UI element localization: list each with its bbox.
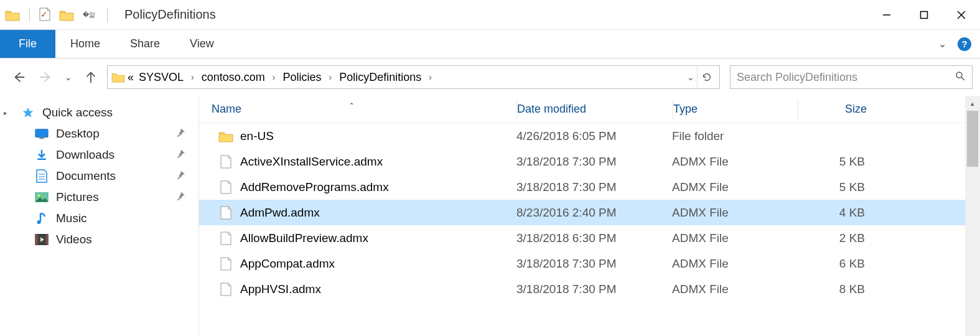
sidebar-item-label: Downloads <box>56 148 176 162</box>
file-type: ADMX File <box>672 155 796 169</box>
scroll-thumb[interactable] <box>967 111 978 167</box>
tab-view[interactable]: View <box>175 30 229 58</box>
file-type: ADMX File <box>672 282 796 296</box>
file-row[interactable]: en-US4/26/2018 6:05 PMFile folder <box>199 123 965 149</box>
sidebar-item-label: Pictures <box>56 190 176 204</box>
chevron-right-icon[interactable]: › <box>424 72 437 82</box>
svg-point-12 <box>38 194 40 197</box>
file-row[interactable]: AppCompat.admx3/18/2018 7:30 PMADMX File… <box>199 251 965 276</box>
file-row[interactable]: AddRemovePrograms.admx3/18/2018 7:30 PMA… <box>199 174 965 200</box>
app-folder-icon <box>5 9 20 21</box>
maximize-button[interactable] <box>905 0 943 30</box>
sidebar-item-documents[interactable]: Documents <box>0 166 198 187</box>
file-name: AdmPwd.admx <box>240 206 320 220</box>
titlebar: ✓ �앒 PolicyDefinitions <box>0 0 980 30</box>
tab-share[interactable]: Share <box>115 30 175 58</box>
breadcrumb-policydefinitions[interactable]: PolicyDefinitions <box>337 71 424 84</box>
svg-rect-15 <box>35 235 38 245</box>
chevron-right-icon[interactable]: ▸ <box>4 109 7 117</box>
file-row[interactable]: ActiveXInstallService.admx3/18/2018 7:30… <box>199 149 965 174</box>
qat-separator <box>29 7 30 22</box>
search-box[interactable] <box>730 65 973 89</box>
address-bar[interactable]: « SYSVOL › contoso.com › Policies › Poli… <box>107 65 720 89</box>
file-list-area: Name ⌃ Date modified Type Size en-US4/26… <box>199 96 980 336</box>
pin-icon <box>176 148 186 162</box>
qat-dropdown-icon[interactable]: �앒 <box>80 11 98 19</box>
ribbon: File Home Share View ⌄ ? <box>0 30 980 58</box>
sidebar-quick-access[interactable]: ▸ Quick access <box>0 102 198 123</box>
nav-pane: ▸ Quick access DesktopDownloadsDocuments… <box>0 96 199 336</box>
column-type[interactable]: Type <box>673 103 798 116</box>
file-type: ADMX File <box>672 206 796 220</box>
downloads-icon <box>32 149 51 161</box>
help-icon[interactable]: ? <box>958 37 971 51</box>
refresh-button[interactable] <box>697 66 716 88</box>
properties-icon[interactable]: ✓ <box>39 7 53 22</box>
sidebar-item-desktop[interactable]: Desktop <box>0 123 198 144</box>
file-size: 2 KB <box>796 231 871 245</box>
sidebar-item-label: Desktop <box>56 127 176 141</box>
sidebar-item-videos[interactable]: Videos <box>0 229 198 250</box>
breadcrumb-domain[interactable]: contoso.com <box>199 71 268 84</box>
file-date: 3/18/2018 7:30 PM <box>516 155 672 169</box>
back-button[interactable] <box>7 66 30 88</box>
file-date: 3/18/2018 6:30 PM <box>516 231 672 245</box>
file-size: 8 KB <box>796 282 871 296</box>
file-size: 5 KB <box>796 180 871 194</box>
column-size[interactable]: Size <box>798 103 873 116</box>
new-folder-icon[interactable] <box>59 9 74 21</box>
scrollbar-vertical[interactable]: ▴ <box>965 96 980 336</box>
sidebar-item-downloads[interactable]: Downloads <box>0 144 198 166</box>
chevron-right-icon[interactable]: › <box>268 72 281 82</box>
address-folder-icon <box>111 72 125 83</box>
file-date: 3/18/2018 7:30 PM <box>516 257 672 271</box>
file-size: 4 KB <box>796 206 871 220</box>
breadcrumb-sysvol[interactable]: SYSVOL <box>136 71 186 84</box>
quick-access-toolbar: ✓ �앒 <box>5 7 111 22</box>
breadcrumb-overflow[interactable]: « <box>125 71 136 84</box>
file-size: 5 KB <box>796 155 871 169</box>
file-type: File folder <box>672 129 796 143</box>
chevron-right-icon[interactable]: › <box>186 72 199 82</box>
column-name[interactable]: Name ⌃ <box>199 103 516 116</box>
chevron-right-icon[interactable]: › <box>324 72 337 82</box>
tab-file[interactable]: File <box>0 30 55 58</box>
column-date[interactable]: Date modified <box>517 103 673 116</box>
sidebar-item-label: Videos <box>56 233 186 246</box>
pin-icon <box>176 127 186 141</box>
history-dropdown-icon[interactable]: ⌄ <box>62 72 75 82</box>
file-row[interactable]: AppHVSI.admx3/18/2018 7:30 PMADMX File8 … <box>199 276 965 302</box>
svg-rect-6 <box>35 129 48 138</box>
file-name: AppCompat.admx <box>240 257 335 271</box>
sidebar-item-pictures[interactable]: Pictures <box>0 187 198 208</box>
ribbon-collapse-icon[interactable]: ⌄ <box>936 38 949 50</box>
svg-rect-7 <box>39 138 44 139</box>
file-icon <box>218 180 234 194</box>
sort-ascending-icon: ⌃ <box>348 101 355 110</box>
file-row[interactable]: AdmPwd.admx8/23/2016 2:40 PMADMX File4 K… <box>199 200 965 225</box>
svg-rect-16 <box>45 235 48 245</box>
up-button[interactable] <box>80 66 102 88</box>
scroll-up-icon[interactable]: ▴ <box>965 96 980 111</box>
svg-line-5 <box>961 77 964 80</box>
search-icon[interactable] <box>954 70 966 85</box>
column-headers: Name ⌃ Date modified Type Size <box>199 96 965 123</box>
folder-icon <box>218 130 234 142</box>
forward-button[interactable] <box>35 66 57 88</box>
breadcrumb-policies[interactable]: Policies <box>280 71 324 84</box>
file-date: 3/18/2018 7:30 PM <box>516 180 672 194</box>
file-icon <box>218 257 234 271</box>
search-input[interactable] <box>737 71 954 84</box>
qat-separator <box>107 7 108 22</box>
file-date: 3/18/2018 7:30 PM <box>516 282 672 296</box>
address-history-icon[interactable]: ⌄ <box>684 72 697 82</box>
file-row[interactable]: AllowBuildPreview.admx3/18/2018 6:30 PMA… <box>199 225 965 251</box>
close-button[interactable] <box>943 0 980 30</box>
file-type: ADMX File <box>672 257 796 271</box>
file-type: ADMX File <box>672 180 796 194</box>
videos-icon <box>32 233 51 246</box>
tab-home[interactable]: Home <box>55 30 115 58</box>
file-icon <box>218 282 234 296</box>
sidebar-item-music[interactable]: Music <box>0 208 198 229</box>
minimize-button[interactable] <box>868 0 905 30</box>
